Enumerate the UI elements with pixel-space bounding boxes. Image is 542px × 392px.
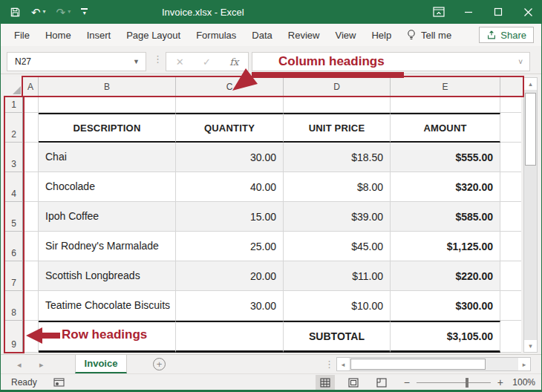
column-header-a[interactable]: A [23,77,39,97]
cell-description[interactable]: Sir Rodney's Marmalade [39,232,176,261]
row-header-2[interactable]: 2 [5,113,23,143]
zoom-out-button[interactable]: − [404,377,410,388]
tab-insert[interactable]: Insert [87,30,111,41]
tab-data[interactable]: Data [252,30,272,41]
cell[interactable] [500,261,521,291]
row-header-8[interactable]: 8 [5,291,23,321]
zoom-level[interactable]: 100% [510,377,535,388]
cell-description[interactable]: Scottish Longbreads [39,261,176,291]
cell[interactable] [23,202,39,232]
page-layout-view-button[interactable] [344,375,363,390]
scroll-down-button[interactable]: ▾ [524,340,537,352]
cell[interactable] [23,291,39,321]
cell[interactable] [176,97,284,113]
cell[interactable] [39,97,176,113]
cell[interactable] [500,232,521,261]
previous-sheet-button[interactable]: ◂ [17,355,22,374]
cell-amount[interactable]: $555.00 [391,143,500,172]
minimize-button[interactable] [454,0,483,24]
horizontal-scrollbar[interactable]: ◂ ▸ [336,357,531,371]
undo-button[interactable]: ↶▾ [31,7,46,18]
tab-view[interactable]: View [335,30,356,41]
cell[interactable] [500,97,521,113]
cell[interactable] [500,113,521,143]
tab-page-layout[interactable]: Page Layout [126,30,180,41]
header-cell-amount[interactable]: AMOUNT [391,113,500,143]
zoom-slider-thumb[interactable] [466,378,468,388]
next-sheet-button[interactable]: ▸ [39,355,44,374]
tab-file[interactable]: File [14,30,30,41]
column-header-e[interactable]: E [391,77,500,97]
cell[interactable] [23,172,39,202]
cell-description[interactable]: Ipoh Coffee [39,202,176,232]
scroll-up-button[interactable]: ▴ [524,78,537,90]
cell-description[interactable]: Chocolade [39,172,176,202]
cell-unit-price[interactable]: $10.00 [284,291,391,321]
name-box[interactable]: N27 ▼ [7,52,146,71]
cell-quantity[interactable]: 25.00 [176,232,284,261]
cell[interactable] [500,321,521,353]
tab-formulas[interactable]: Formulas [196,30,236,41]
cell[interactable] [500,202,521,232]
select-all-button[interactable] [5,77,23,97]
tell-me-button[interactable]: Tell me [406,24,451,46]
cell-quantity[interactable]: 30.00 [176,291,284,321]
cell-unit-price[interactable]: $39.00 [284,202,391,232]
row-header-4[interactable]: 4 [5,172,23,202]
insert-function-button[interactable]: fx [229,56,238,68]
maximize-button[interactable] [483,0,513,24]
row-header-7[interactable]: 7 [5,261,23,291]
cell-amount[interactable]: $220.00 [391,261,500,291]
cell[interactable] [23,261,39,291]
save-button[interactable] [10,7,21,18]
column-header-d[interactable]: D [284,77,391,97]
chevron-down-icon[interactable]: ▾ [68,9,71,15]
header-cell-quantity[interactable]: QUANTITY [176,113,284,143]
cell-unit-price[interactable]: $45.00 [284,232,391,261]
share-button[interactable]: Share [479,27,534,43]
cell-amount[interactable]: $1,125.00 [391,232,500,261]
cell[interactable] [391,97,500,113]
row-header-6[interactable]: 6 [5,232,23,261]
cell-quantity[interactable]: 15.00 [176,202,284,232]
formula-bar-expand-icon[interactable]: ˅ [518,58,523,66]
tab-home[interactable]: Home [45,30,71,41]
cell-description[interactable]: Chai [39,143,176,172]
cell-amount[interactable]: $300.00 [391,291,500,321]
cell-subtotal-label[interactable]: SUBTOTAL [284,321,391,353]
vertical-scrollbar-thumb[interactable] [525,93,536,166]
row-header-1[interactable]: 1 [5,97,23,113]
sheet-tab-invoice[interactable]: Invoice [75,355,127,373]
row-header-5[interactable]: 5 [5,202,23,232]
cell[interactable] [500,172,521,202]
cell[interactable] [23,232,39,261]
chevron-down-icon[interactable]: ▼ [133,58,140,65]
cell-unit-price[interactable]: $18.50 [284,143,391,172]
cell[interactable] [23,97,39,113]
header-cell-unit-price[interactable]: UNIT PRICE [284,113,391,143]
cell-quantity[interactable]: 40.00 [176,172,284,202]
row-header-9[interactable]: 9 [5,321,23,353]
cell[interactable] [500,143,521,172]
enter-check-icon[interactable]: ✓ [203,56,211,68]
tab-review[interactable]: Review [288,30,320,41]
page-break-preview-button[interactable] [372,375,391,390]
vertical-scrollbar[interactable]: ▴ ▾ [523,77,538,353]
column-header-c[interactable]: C [176,77,284,97]
cell[interactable] [23,113,39,143]
scroll-right-button[interactable]: ▸ [518,358,530,370]
cell[interactable] [176,321,284,353]
zoom-in-button[interactable]: + [497,377,503,388]
redo-button[interactable]: ↷▾ [56,7,71,18]
row-header-3[interactable]: 3 [5,143,23,172]
cell[interactable] [23,321,39,353]
cell-quantity[interactable]: 30.00 [176,143,284,172]
cell-amount[interactable]: $585.00 [391,202,500,232]
cell[interactable] [23,143,39,172]
cell[interactable] [284,97,391,113]
cell-amount[interactable]: $320.00 [391,172,500,202]
new-sheet-button[interactable]: + [153,358,166,370]
cell-quantity[interactable]: 20.00 [176,261,284,291]
cell-description[interactable]: Teatime Chocolate Biscuits [39,291,176,321]
cell-unit-price[interactable]: $11.00 [284,261,391,291]
